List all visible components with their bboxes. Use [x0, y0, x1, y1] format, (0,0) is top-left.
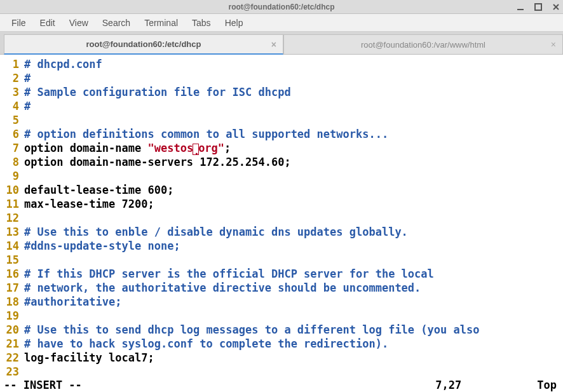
line-number: 7 — [0, 141, 24, 155]
code-content[interactable]: # Sample configuration file for ISC dhcp… — [24, 85, 563, 99]
code-token: ; — [224, 142, 231, 154]
code-line: 21# have to hack syslog.conf to complete… — [0, 337, 563, 351]
line-number: 8 — [0, 155, 24, 169]
code-line: 23 — [0, 365, 563, 378]
code-line: 13# Use this to enble / disable dynamic … — [0, 225, 563, 239]
menubar: File Edit View Search Terminal Tabs Help — [0, 14, 563, 32]
code-content[interactable] — [24, 113, 563, 127]
code-token: # — [24, 72, 31, 84]
code-content[interactable]: # — [24, 71, 563, 85]
tab-label: root@foundation60:/var/www/html — [361, 40, 485, 50]
line-number: 15 — [0, 253, 24, 267]
code-line: 16# If this DHCP server is the official … — [0, 267, 563, 281]
text-cursor: . — [193, 144, 199, 155]
code-content[interactable]: # — [24, 99, 563, 113]
scroll-indicator: Top — [537, 379, 559, 391]
line-number: 1 — [0, 57, 24, 71]
line-number: 22 — [0, 351, 24, 365]
code-line: 15 — [0, 253, 563, 267]
maximize-icon[interactable] — [534, 3, 543, 11]
line-number: 13 — [0, 225, 24, 239]
code-line: 2# — [0, 71, 563, 85]
tab-label: root@foundation60:/etc/dhcp — [86, 39, 201, 49]
code-token: # have to hack syslog.conf to complete t… — [24, 337, 388, 350]
menu-view[interactable]: View — [63, 15, 95, 30]
code-token: default-lease-time 600; — [24, 184, 173, 196]
code-content[interactable] — [24, 253, 563, 267]
line-number: 20 — [0, 323, 24, 337]
editor-viewport[interactable]: 1# dhcpd.conf2#3# Sample configuration f… — [0, 55, 563, 378]
code-line: 19 — [0, 309, 563, 323]
code-content[interactable]: default-lease-time 600; — [24, 183, 563, 197]
code-line: 8option domain-name-servers 172.25.254.6… — [0, 155, 563, 169]
code-token: # option definitions common to all suppo… — [24, 128, 388, 140]
code-content[interactable]: # Use this to send dhcp log messages to … — [24, 323, 563, 337]
code-token: # — [24, 100, 31, 112]
code-token: # Use this to enble / disable dynamic dn… — [24, 226, 408, 238]
code-line: 12 — [0, 211, 563, 225]
code-line: 3# Sample configuration file for ISC dhc… — [0, 85, 563, 99]
code-content[interactable] — [24, 211, 563, 225]
code-content[interactable]: # dhcpd.conf — [24, 57, 563, 71]
code-line: 22log-facility local7; — [0, 351, 563, 365]
menu-terminal[interactable]: Terminal — [138, 15, 184, 30]
line-number: 4 — [0, 99, 24, 113]
close-icon[interactable] — [552, 3, 560, 11]
code-content[interactable] — [24, 169, 563, 183]
menu-help[interactable]: Help — [219, 15, 250, 30]
code-token: #authoritative; — [24, 295, 122, 308]
code-token: log-facility local7; — [24, 351, 154, 364]
code-line: 5 — [0, 113, 563, 127]
code-line: 7option domain-name "westos.org"; — [0, 141, 563, 155]
tab-etc-dhcp[interactable]: root@foundation60:/etc/dhcp × — [4, 34, 283, 55]
line-number: 18 — [0, 295, 24, 309]
code-token: option domain-name — [24, 142, 147, 154]
minimize-icon[interactable] — [516, 3, 525, 11]
code-token: # network, the authoritative directive s… — [24, 281, 421, 294]
svg-rect-1 — [535, 4, 541, 10]
window-controls — [516, 0, 560, 13]
code-content[interactable]: option domain-name "westos.org"; — [24, 141, 563, 155]
code-content[interactable]: # option definitions common to all suppo… — [24, 127, 563, 141]
menu-file[interactable]: File — [5, 15, 32, 30]
code-content[interactable]: #authoritative; — [24, 295, 563, 309]
code-line: 1# dhcpd.conf — [0, 57, 563, 71]
code-content[interactable]: # If this DHCP server is the official DH… — [24, 267, 563, 281]
code-line: 17# network, the authoritative directive… — [0, 281, 563, 295]
window-title: root@foundation60:/etc/dhcp — [228, 3, 334, 11]
code-content[interactable]: option domain-name-servers 172.25.254.60… — [24, 155, 563, 169]
code-content[interactable] — [24, 365, 563, 378]
tab-close-icon[interactable]: × — [551, 39, 556, 50]
line-number: 14 — [0, 239, 24, 253]
menu-edit[interactable]: Edit — [34, 15, 62, 30]
vim-statusbar: -- INSERT -- 7,27 Top — [0, 378, 563, 392]
code-content[interactable]: # have to hack syslog.conf to complete t… — [24, 337, 563, 351]
line-number: 2 — [0, 71, 24, 85]
code-content[interactable]: # network, the authoritative directive s… — [24, 281, 563, 295]
line-number: 3 — [0, 85, 24, 99]
code-content[interactable]: # Use this to enble / disable dynamic dn… — [24, 225, 563, 239]
svg-rect-0 — [517, 9, 524, 10]
menu-tabs[interactable]: Tabs — [186, 15, 217, 30]
code-line: 9 — [0, 169, 563, 183]
window-titlebar: root@foundation60:/etc/dhcp — [0, 0, 563, 14]
code-line: 6# option definitions common to all supp… — [0, 127, 563, 141]
code-content[interactable] — [24, 309, 563, 323]
code-token: # Sample configuration file for ISC dhcp… — [24, 86, 291, 98]
code-content[interactable]: log-facility local7; — [24, 351, 563, 365]
line-number: 19 — [0, 309, 24, 323]
code-line: 4# — [0, 99, 563, 113]
code-line: 11max-lease-time 7200; — [0, 197, 563, 211]
tab-close-icon[interactable]: × — [271, 39, 276, 50]
code-token: "westos — [147, 142, 193, 154]
tab-var-www-html[interactable]: root@foundation60:/var/www/html × — [283, 34, 563, 54]
code-content[interactable]: max-lease-time 7200; — [24, 197, 563, 211]
vim-mode: -- INSERT -- — [4, 379, 82, 391]
line-number: 6 — [0, 127, 24, 141]
menu-search[interactable]: Search — [96, 15, 137, 30]
code-content[interactable]: #ddns-update-style none; — [24, 239, 563, 253]
code-token: #ddns-update-style none; — [24, 240, 180, 252]
tabbar: root@foundation60:/etc/dhcp × root@found… — [0, 32, 563, 55]
code-token: option domain-name-servers 172.25.254.60… — [24, 156, 291, 168]
code-token: # If this DHCP server is the official DH… — [24, 267, 434, 280]
